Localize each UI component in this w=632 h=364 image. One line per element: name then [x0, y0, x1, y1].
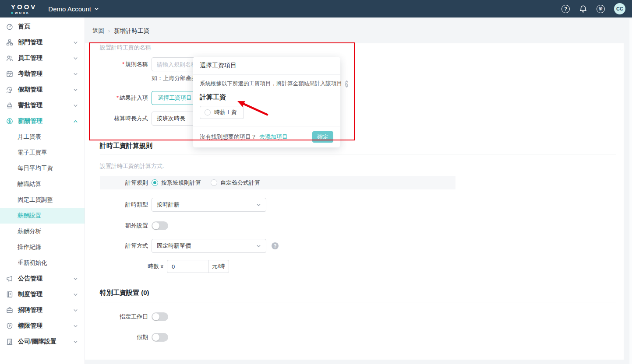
sidebar-item-payroll[interactable]: 薪酬管理 [0, 113, 85, 129]
breadcrumb: 返回 › 新增計時工資 [92, 27, 149, 35]
sidebar-item-leave[interactable]: 假期管理 [0, 82, 85, 98]
sidebar-item-company-team[interactable]: 公司/團隊設置 [0, 334, 85, 350]
popup-not-found-text: 沒有找到想要的項目？ [200, 133, 257, 141]
hourly-rate-input[interactable] [167, 260, 208, 273]
help-icon[interactable]: ? [272, 242, 279, 249]
chevron-down-icon [256, 203, 261, 207]
sidebar-subitem-epayslip[interactable]: 電子工資單 [0, 145, 85, 161]
logo-dot-icon [11, 12, 13, 14]
holiday-label: 假期 [100, 333, 148, 341]
unit-addon: 元/時 [208, 260, 229, 273]
chevron-up-icon [73, 119, 78, 124]
sidebar-item-permission[interactable]: 權限管理 [0, 318, 85, 334]
notification-bell-icon[interactable] [579, 5, 587, 13]
calc-rule-row: 計算規則 按系統規則計算 自定義公式計算 [100, 176, 455, 189]
chevron-down-icon [73, 88, 78, 92]
required-mark: * [122, 61, 124, 67]
sidebar-item-announcement[interactable]: 公告管理 [0, 271, 85, 287]
sidebar-item-department[interactable]: 部門管理 [0, 35, 85, 50]
user-avatar[interactable]: CC [614, 3, 625, 14]
back-link[interactable]: 返回 [92, 27, 104, 35]
scrollbar[interactable] [629, 19, 632, 364]
building-icon [6, 338, 14, 345]
sidebar-subitem-fixed-salary-adjustment[interactable]: 固定工資調整 [0, 192, 85, 208]
workday-label: 指定工作日 [100, 313, 148, 321]
vacation-icon [6, 86, 14, 93]
chevron-down-icon [73, 72, 78, 77]
salary-item-option[interactable]: 時薪工資 [200, 106, 244, 119]
sidebar-subitem-monthly-payroll[interactable]: 月工資表 [0, 129, 85, 145]
sidebar-subitem-resignation-settlement[interactable]: 離職結算 [0, 176, 85, 192]
page-title: 新增計時工資 [114, 27, 149, 35]
yoov-logo[interactable]: YOOV WORK [11, 4, 37, 14]
calendar-check-icon [6, 70, 14, 77]
chevron-down-icon [256, 244, 261, 248]
chevron-down-icon [73, 276, 78, 281]
workday-toggle[interactable] [152, 312, 168, 321]
calc-method-select[interactable]: 固定時薪單價 [152, 239, 266, 253]
sidebar: 首頁 部門管理 員工管理 考勤管理 假期管理 審批管理 [0, 18, 85, 364]
chevron-down-icon [73, 324, 78, 329]
naming-section-hint: 設置計時工資的名稱 [100, 44, 151, 52]
extra-settings-label: 額外設置 [100, 222, 148, 230]
org-chart-icon [6, 39, 14, 46]
sidebar-subitem-reinitialize[interactable]: 重新初始化 [0, 255, 85, 271]
result-item-label: *結果計入項 [100, 94, 148, 102]
users-icon [6, 55, 14, 62]
chevron-down-icon [73, 56, 78, 61]
megaphone-icon [6, 275, 14, 282]
sidebar-item-employee[interactable]: 員工管理 [0, 50, 85, 66]
required-mark: * [117, 94, 119, 101]
sidebar-item-attendance[interactable]: 考勤管理 [0, 66, 85, 82]
timing-type-select[interactable]: 按時計薪 [152, 198, 266, 212]
help-icon[interactable]: ? [561, 5, 570, 13]
logo-text-top: YOOV [11, 4, 37, 10]
sidebar-subitem-payroll-settings[interactable]: 薪酬設置 [0, 208, 85, 224]
popup-group-title: 計算工資 [200, 93, 333, 102]
extra-settings-toggle[interactable] [152, 221, 168, 230]
holiday-toggle[interactable] [152, 333, 168, 342]
calc-section-title: 計時工資計算規則 [100, 142, 152, 150]
briefcase-icon [6, 307, 14, 314]
chevron-down-icon [73, 308, 78, 313]
radio-system-rule[interactable]: 按系統規則計算 [152, 179, 201, 187]
dollar-circle-icon [6, 118, 14, 125]
popup-title: 選擇工資項目 [193, 57, 340, 75]
rule-name-label: *規則名稱 [100, 60, 148, 68]
help-icon[interactable]: ? [345, 80, 348, 88]
book-icon [6, 291, 14, 298]
calc-section-desc: 設置計時工資的計算方式. [100, 162, 164, 170]
logo-text-bottom: WORK [15, 11, 30, 14]
duration-method-label: 核算時長方式 [100, 115, 148, 122]
sidebar-item-approval[interactable]: 審批管理 [0, 98, 85, 113]
sidebar-item-recruitment[interactable]: 招聘管理 [0, 302, 85, 318]
chevron-down-icon [73, 340, 78, 344]
shield-icon [6, 322, 14, 329]
page: YOOV WORK Demo Account ? 繁 CC 首頁 [0, 0, 632, 364]
language-switch-icon[interactable]: 繁 [597, 5, 605, 13]
calc-method-value: 固定時薪單價 [157, 242, 191, 250]
sidebar-item-policy[interactable]: 制度管理 [0, 287, 85, 302]
sidebar-subitem-operation-log[interactable]: 操作紀錄 [0, 239, 85, 255]
timing-type-label: 計時類型 [100, 201, 148, 209]
divider [100, 302, 616, 302]
select-salary-item-button[interactable]: 選擇工資項目 [152, 91, 198, 105]
radio-custom-formula[interactable]: 自定義公式計算 [211, 179, 260, 187]
sidebar-subitem-daily-average-wage[interactable]: 每日平均工資 [0, 161, 85, 176]
sidebar-item-home[interactable]: 首頁 [0, 19, 85, 35]
radio-unselected-icon [211, 179, 217, 186]
chevron-down-icon [94, 7, 99, 11]
select-salary-item-popup: 選擇工資項目 系統根據以下所選的工資項目，將計算金額結果計入該項目 ? 計算工資… [193, 57, 340, 147]
sidebar-subitem-payroll-analysis[interactable]: 薪酬分析 [0, 224, 85, 239]
calc-rule-label: 計算規則 [100, 179, 148, 187]
add-item-link[interactable]: 去添加項目 [259, 133, 288, 141]
special-section-title: 特別工資設置 (0) [100, 289, 149, 297]
confirm-button[interactable]: 確定 [312, 131, 333, 143]
duration-method-value: 按班次時長 [157, 115, 185, 122]
radio-selected-icon [152, 179, 158, 186]
hours-label: 時數 x [100, 262, 163, 270]
chevron-down-icon [73, 103, 78, 108]
chevron-down-icon [73, 292, 78, 297]
popup-description: 系統根據以下所選的工資項目，將計算金額結果計入該項目 [200, 80, 342, 88]
account-switcher[interactable]: Demo Account [48, 5, 99, 13]
